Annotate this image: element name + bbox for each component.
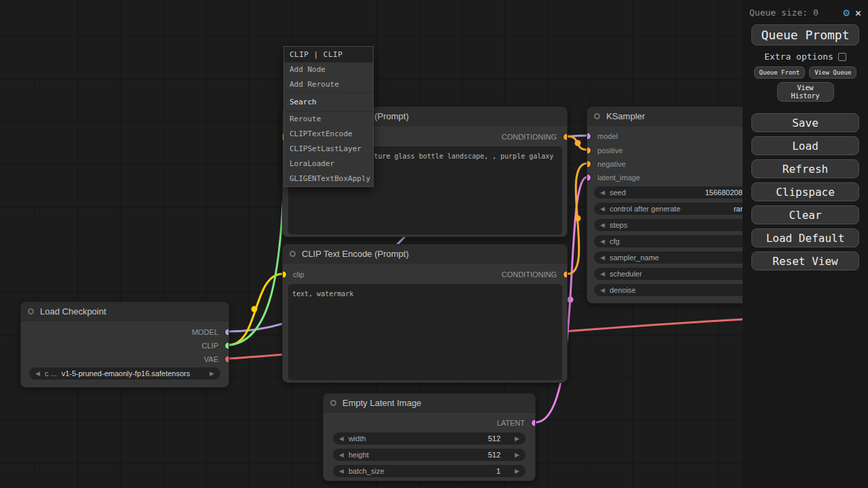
menu-item-reroute[interactable]: Reroute	[284, 112, 373, 127]
prev-value-icon[interactable]: ◀	[600, 239, 605, 245]
node-clip-text-encode-negative[interactable]: CLIP Text Encode (Prompt) clip CONDITION…	[282, 244, 568, 383]
collapse-dot-icon[interactable]	[290, 251, 296, 257]
graph-canvas[interactable]: CLIP Text Encode (Prompt) clip CONDITION…	[0, 0, 868, 488]
widget-value: 512	[488, 451, 500, 459]
latent-wire-dot	[568, 297, 574, 303]
close-menu-icon[interactable]: ✕	[855, 7, 861, 19]
clip-output-slot[interactable]	[225, 343, 229, 349]
width-widget[interactable]: ◀ width 512 ▶	[333, 432, 526, 445]
prev-value-icon[interactable]: ◀	[600, 287, 605, 293]
vae-output-slot[interactable]	[225, 357, 229, 363]
node-title-bar[interactable]: KSampler	[587, 107, 755, 126]
cfg-widget[interactable]: ◀ cfg	[594, 235, 756, 247]
clear-button[interactable]: Clear	[751, 205, 859, 224]
steps-widget[interactable]: ◀ steps	[594, 219, 756, 231]
prompt-text-area[interactable]: text, watermark	[288, 284, 562, 380]
sampler-name-widget[interactable]: ◀ sampler_name	[594, 251, 756, 264]
clip-input-label: clip	[293, 270, 304, 279]
collapse-dot-icon[interactable]	[594, 113, 600, 119]
refresh-button[interactable]: Refresh	[751, 159, 859, 178]
prev-value-icon[interactable]: ◀	[339, 436, 344, 442]
prev-value-icon[interactable]: ◀	[600, 255, 605, 261]
height-widget[interactable]: ◀ height 512 ▶	[333, 449, 526, 461]
prev-value-icon[interactable]: ◀	[600, 222, 605, 228]
latent-output-label: LATENT	[497, 419, 525, 427]
collapse-dot-icon[interactable]	[330, 400, 336, 406]
model-output-slot[interactable]	[225, 329, 229, 336]
control-after-generate-widget[interactable]: ◀ control after generate ran...	[594, 203, 756, 215]
batch-size-widget[interactable]: ◀ batch_size 1 ▶	[333, 465, 526, 477]
widget-value: 512	[488, 434, 500, 443]
next-value-icon[interactable]: ▶	[515, 452, 519, 458]
negative-input-slot[interactable]	[587, 161, 591, 167]
queue-size-label: Queue size: 0	[749, 7, 837, 18]
model-output-label: MODEL	[192, 328, 218, 336]
menu-item-clipsetlastlayer[interactable]: CLIPSetLastLayer	[284, 142, 373, 157]
node-title: CLIP Text Encode (Prompt)	[302, 249, 409, 259]
next-value-icon[interactable]: ▶	[210, 371, 214, 377]
widget-label: steps	[610, 221, 627, 229]
node-title-bar[interactable]: Empty Latent Image	[323, 394, 535, 413]
prev-value-icon[interactable]: ◀	[600, 206, 605, 212]
menu-search-input[interactable]: Search	[284, 92, 373, 112]
node-empty-latent-image[interactable]: Empty Latent Image LATENT ◀ width 512 ▶ …	[323, 393, 536, 481]
model-input-slot[interactable]	[587, 134, 591, 140]
widget-value: 1	[496, 467, 500, 475]
reset-view-button[interactable]: Reset View	[751, 251, 859, 270]
node-title: KSampler	[606, 111, 645, 121]
prev-value-icon[interactable]: ◀	[339, 452, 344, 458]
positive-input-label: positive	[597, 146, 623, 155]
next-value-icon[interactable]: ▶	[515, 468, 519, 474]
menu-item-loraloader[interactable]: LoraLoader	[284, 157, 373, 171]
conditioning-output-label: CONDITIONING	[502, 270, 557, 279]
node-title: Load Checkpoint	[40, 306, 106, 317]
node-load-checkpoint[interactable]: Load Checkpoint MODEL CLIP VAE ◀ c ... v…	[20, 302, 229, 388]
denoise-widget[interactable]: ◀ denoise	[594, 284, 756, 296]
widget-label: width	[349, 434, 366, 443]
extra-options-checkbox[interactable]	[838, 53, 846, 61]
menu-item-add-node[interactable]: Add Node	[284, 62, 373, 77]
seed-widget[interactable]: ◀ seed 15668020871	[594, 186, 756, 199]
view-history-button[interactable]: View History	[777, 82, 834, 102]
node-title-bar[interactable]: Load Checkpoint	[21, 302, 229, 321]
queue-prompt-button[interactable]: Queue Prompt	[751, 24, 859, 45]
next-value-icon[interactable]: ▶	[515, 436, 519, 442]
load-button[interactable]: Load	[751, 136, 859, 155]
latent-output-slot[interactable]	[532, 420, 536, 426]
load-default-button[interactable]: Load Default	[751, 228, 859, 247]
positive-input-slot[interactable]	[587, 148, 591, 154]
prev-value-icon[interactable]: ◀	[600, 271, 605, 277]
widget-label: sampler_name	[610, 253, 659, 262]
negative-wire-dot	[575, 216, 581, 222]
widget-label: cfg	[610, 237, 620, 245]
queue-front-button[interactable]: Queue Front	[754, 66, 806, 79]
scheduler-widget[interactable]: ◀ scheduler	[594, 268, 756, 280]
menu-item-add-reroute[interactable]: Add Reroute	[284, 77, 373, 92]
conditioning-output-slot[interactable]	[564, 134, 568, 140]
widget-label: seed	[610, 188, 626, 197]
node-title-bar[interactable]: CLIP Text Encode (Prompt)	[283, 245, 567, 264]
ckpt-name-widget[interactable]: ◀ c ... v1-5-pruned-emaonly-fp16.safeten…	[29, 367, 220, 380]
context-menu-title: CLIP | CLIP	[284, 47, 373, 62]
node-ksampler[interactable]: KSampler model positive negative latent_…	[587, 106, 756, 304]
save-button[interactable]: Save	[751, 113, 859, 132]
dragging-clip-wire	[229, 176, 284, 345]
extra-options-label: Extra options	[764, 52, 833, 62]
collapse-dot-icon[interactable]	[28, 308, 34, 314]
menu-item-gligentextboxapply[interactable]: GLIGENTextBoxApply	[284, 171, 373, 186]
node-title: Empty Latent Image	[342, 398, 421, 408]
view-queue-button[interactable]: View Queue	[809, 66, 856, 79]
prev-value-icon[interactable]: ◀	[339, 468, 344, 474]
clipspace-button[interactable]: Clipspace	[751, 182, 859, 201]
clip-output-label: CLIP	[202, 342, 218, 350]
clip-input-slot[interactable]	[282, 272, 286, 278]
settings-gear-icon[interactable]: ⚙	[843, 6, 850, 19]
prev-value-icon[interactable]: ◀	[600, 190, 605, 196]
conditioning-output-slot[interactable]	[564, 272, 568, 278]
negative-input-label: negative	[597, 160, 626, 168]
latent-image-input-slot[interactable]	[587, 175, 591, 181]
widget-label: height	[349, 451, 369, 459]
widget-label: control after generate	[610, 205, 681, 213]
prev-value-icon[interactable]: ◀	[35, 371, 40, 377]
menu-item-cliptextencode[interactable]: CLIPTextEncode	[284, 127, 373, 142]
